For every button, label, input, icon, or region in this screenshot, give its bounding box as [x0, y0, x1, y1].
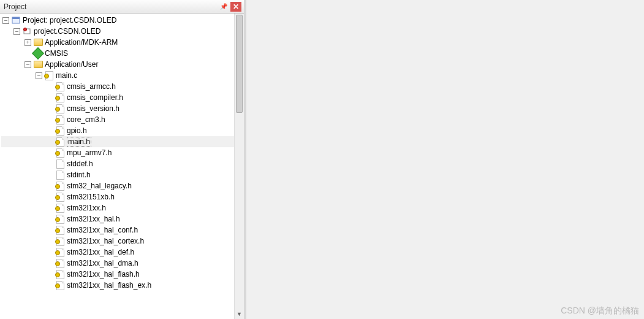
expand-icon [47, 260, 53, 267]
tree-file[interactable]: stm32l1xx.h [1, 202, 244, 213]
node-icon [55, 115, 65, 124]
tree-file[interactable]: core_cm3.h [1, 114, 244, 125]
tree-root[interactable]: –Project: project.CSDN.OLED [1, 15, 244, 26]
node-label: main.c [56, 71, 77, 80]
watermark: CSDN @墙角的橘猫 [561, 306, 639, 317]
expand-icon [47, 139, 53, 145]
tree-group-cmsis[interactable]: CMSIS [1, 48, 244, 59]
expand-icon [47, 227, 53, 234]
tree-file[interactable]: gpio.h [1, 125, 244, 136]
node-label: mpu_armv7.h [67, 148, 112, 157]
tree-file[interactable]: stm32l1xx_hal_flash_ex.h [1, 280, 244, 291]
tree-file[interactable]: cmsis_compiler.h [1, 92, 244, 103]
node-icon [55, 104, 65, 113]
expand-icon [47, 249, 53, 256]
expand-icon [47, 150, 53, 156]
node-label: stm32l1xx_hal_flash_ex.h [67, 281, 151, 290]
tree-target[interactable]: –project.CSDN.OLED [1, 26, 244, 37]
expand-icon [47, 161, 53, 167]
tree-file[interactable]: stddef.h [1, 158, 244, 169]
node-icon [33, 60, 43, 69]
node-icon [55, 226, 65, 234]
tree-file[interactable]: stm32l1xx_hal_dma.h [1, 258, 244, 269]
tree-file[interactable]: stm32l1xx_hal_cortex.h [1, 236, 244, 247]
scroll-down-icon[interactable]: ▼ [235, 309, 244, 319]
panel-header: Project 📌 ✕ [0, 0, 244, 13]
expand-icon[interactable]: – [25, 61, 31, 68]
node-icon [33, 38, 43, 47]
expand-icon [47, 83, 53, 90]
expand-icon [47, 172, 53, 179]
node-label: stm32l1xx_hal_cortex.h [67, 237, 144, 245]
node-icon [22, 27, 32, 36]
tree-file[interactable]: stm32l1xx_hal_flash.h [1, 269, 244, 280]
node-label: stm32l1xx_hal_dma.h [67, 259, 138, 267]
expand-icon[interactable]: + [25, 39, 31, 46]
tree-file-mainc[interactable]: –main.c [1, 70, 244, 81]
node-icon [44, 71, 54, 80]
node-label: core_cm3.h [67, 115, 105, 124]
node-icon [55, 137, 65, 146]
node-icon [55, 237, 65, 245]
tree-file[interactable]: stm32l1xx_hal_def.h [1, 247, 244, 258]
expand-icon[interactable]: – [13, 28, 20, 35]
node-icon [11, 16, 21, 25]
expand-icon [47, 238, 53, 245]
pin-icon[interactable]: 📌 [218, 2, 229, 12]
node-icon [55, 82, 65, 91]
node-icon [55, 193, 65, 201]
tree-file[interactable]: stm32l1xx_hal.h [1, 213, 244, 225]
tree-file[interactable]: stdint.h [1, 169, 244, 180]
node-label: stm32l151xb.h [67, 193, 115, 201]
node-icon [55, 148, 65, 157]
close-icon[interactable]: ✕ [230, 2, 241, 12]
node-icon [55, 160, 65, 168]
project-panel: Project 📌 ✕ –Project: project.CSDN.OLED–… [0, 0, 246, 319]
expand-icon[interactable]: – [2, 17, 9, 24]
node-icon [55, 248, 65, 256]
tree-file[interactable]: main.h [1, 136, 244, 147]
tree-file[interactable]: stm32_hal_legacy.h [1, 180, 244, 191]
node-icon [55, 93, 65, 102]
tree-file[interactable]: cmsis_armcc.h [1, 81, 244, 92]
node-label: stm32l1xx_hal_def.h [67, 248, 134, 256]
expand-icon [47, 194, 53, 201]
tree-file[interactable]: cmsis_version.h [1, 103, 244, 114]
project-tree[interactable]: –Project: project.CSDN.OLED–project.CSDN… [0, 13, 244, 319]
tree-file[interactable]: mpu_armv7.h [1, 147, 244, 158]
node-label: cmsis_compiler.h [67, 93, 123, 102]
expand-icon [47, 128, 53, 134]
expand-icon [47, 282, 53, 289]
node-label: stm32_hal_legacy.h [67, 182, 132, 190]
node-label: stdint.h [67, 171, 91, 179]
expand-icon [25, 50, 31, 57]
node-label: stm32l1xx_hal_conf.h [67, 226, 138, 234]
expand-icon [47, 106, 53, 112]
tree-file[interactable]: stm32l151xb.h [1, 191, 244, 202]
scroll-thumb[interactable] [236, 15, 243, 113]
node-label: Application/User [45, 60, 98, 69]
node-label: stm32l1xx_hal.h [67, 215, 120, 223]
node-label: cmsis_version.h [67, 104, 119, 113]
node-label: project.CSDN.OLED [34, 27, 100, 36]
tree-group-user[interactable]: –Application/User [1, 59, 244, 70]
expand-icon [47, 216, 53, 223]
svg-rect-1 [12, 17, 20, 19]
expand-icon[interactable]: – [36, 72, 42, 79]
node-icon [55, 281, 65, 290]
tree-scrollbar[interactable]: ▲ ▼ [234, 13, 244, 319]
tree-file[interactable]: stm32l1xx_hal_conf.h [1, 225, 244, 236]
expand-icon [47, 183, 53, 190]
tree-container: –Project: project.CSDN.OLED–project.CSDN… [0, 13, 244, 319]
expand-icon [47, 94, 53, 101]
node-icon [55, 259, 65, 267]
expand-icon [47, 117, 53, 123]
expand-icon [47, 205, 53, 212]
node-label: CMSIS [45, 49, 68, 58]
node-icon [33, 49, 43, 58]
tree-group-mdk[interactable]: +Application/MDK-ARM [1, 37, 244, 48]
svg-point-3 [24, 28, 27, 31]
node-icon [55, 126, 65, 135]
node-icon [55, 215, 65, 223]
expand-icon [47, 271, 53, 278]
